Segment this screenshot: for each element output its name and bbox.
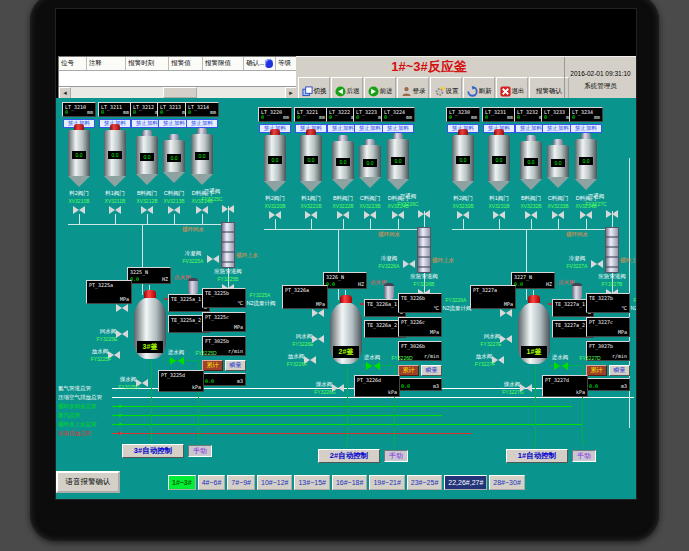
instrument-value: 0	[485, 114, 488, 120]
pressure-indicator: PT_3226dkPa	[354, 375, 400, 397]
instrument-value: 0	[65, 109, 68, 115]
pipe-segment	[79, 214, 80, 224]
alarm-col-level[interactable]: 等级	[276, 57, 297, 70]
instrument-tag: TE_3226b	[399, 294, 441, 301]
alarm-table-body	[59, 71, 297, 85]
three-way-valve[interactable]	[418, 210, 430, 218]
feed-valve[interactable]	[525, 211, 537, 219]
feed-valve[interactable]	[337, 211, 349, 219]
instant-button[interactable]: 瞬量	[421, 365, 442, 376]
feed-valve[interactable]	[392, 211, 404, 219]
page-button-19-21[interactable]: 19#~21#	[369, 475, 404, 490]
switch-icon	[302, 86, 313, 97]
auto-control-button[interactable]: 2#自动控制	[318, 449, 380, 463]
totalizer-button[interactable]: 累计	[586, 365, 607, 376]
feed-valve-tag: XV3221B	[293, 203, 329, 210]
instrument-row: 0.0HZ	[326, 281, 364, 287]
three-way-valve-tag: FY3226C	[390, 201, 426, 208]
feed-valve[interactable]	[141, 206, 153, 214]
scrollbar-thumb[interactable]	[163, 87, 197, 98]
page-button-7-9[interactable]: 7#~9#	[227, 475, 255, 490]
instrument-unit: mm	[406, 114, 412, 120]
totalizer-display: 0.0m3	[398, 378, 442, 391]
water-valve-tag: FY3225F	[84, 356, 118, 363]
instrument-value: 0	[133, 109, 136, 115]
feed-tank: 0.0	[520, 141, 542, 190]
alarm-col-limit[interactable]: 报警限值	[203, 57, 244, 70]
totalizer-button[interactable]: 累计	[202, 360, 223, 371]
tank-level-display: 0.0	[108, 151, 122, 159]
feed-tank: 0.0	[104, 130, 126, 187]
ignition-pot	[188, 278, 198, 294]
instant-button[interactable]: 瞬量	[225, 360, 246, 371]
condense-valve[interactable]	[207, 255, 219, 263]
condense-valve[interactable]	[591, 260, 603, 268]
pipe-segment	[151, 360, 152, 442]
reactor-label: 1#釜	[521, 346, 547, 358]
alarm-col-value[interactable]: 报警值	[169, 57, 203, 70]
pipe-segment	[370, 219, 371, 229]
alarm-col-time[interactable]: 报警时刻	[126, 57, 169, 70]
page-button-22-26-27[interactable]: 22,26#,27#	[444, 475, 487, 490]
feed-valve[interactable]	[364, 211, 376, 219]
pipe-segment	[531, 219, 532, 229]
three-way-valve[interactable]	[606, 210, 618, 218]
pipe-segment	[558, 219, 559, 229]
auto-control-button[interactable]: 1#自动控制	[506, 449, 568, 463]
condense-valve[interactable]	[403, 260, 415, 268]
feed-valve[interactable]	[493, 211, 505, 219]
manual-indicator: 手动	[384, 450, 408, 462]
condenser	[417, 227, 431, 273]
temperature-indicator: TE_3226b℃	[398, 293, 442, 313]
feed-tank: 0.0	[387, 139, 409, 190]
stir-valve[interactable]	[116, 304, 128, 312]
feed-valve[interactable]	[305, 211, 317, 219]
totalizer-button[interactable]: 累计	[398, 365, 419, 376]
tank-level-display: 0.0	[363, 159, 377, 167]
feed-valve[interactable]	[196, 206, 208, 214]
page-button-16-18[interactable]: 16#~18#	[332, 475, 367, 490]
instrument-row: 0.0HZ	[514, 281, 552, 287]
alarm-col-comment[interactable]: 注释	[87, 57, 126, 70]
instant-button[interactable]: 瞬量	[609, 365, 630, 376]
no-feed-label: 禁止加料	[570, 124, 602, 133]
voice-alarm-ack-button[interactable]: 语音报警确认	[56, 471, 120, 493]
pipe-segment	[535, 365, 536, 447]
alarm-col-tag[interactable]: 位号	[59, 57, 87, 70]
reactor-group: LT_32300mm禁止加料0.0料2阀门XV3230BLT_32310mm禁止…	[440, 107, 632, 467]
stir-valve[interactable]	[500, 309, 512, 317]
instrument-row: MPa	[401, 329, 439, 335]
auto-control-button[interactable]: 3#自动控制	[122, 444, 184, 458]
page-button-10-12[interactable]: 10#~12#	[257, 475, 292, 490]
page-button-28-30[interactable]: 28#~30#	[489, 475, 524, 490]
feed-valve[interactable]	[269, 211, 281, 219]
stir-valve[interactable]	[312, 309, 324, 317]
instrument-tag: PT_3226a	[283, 286, 327, 293]
feed-valve[interactable]	[457, 211, 469, 219]
instrument-value: 0	[384, 114, 387, 120]
inlet-valve[interactable]	[554, 362, 568, 371]
inlet-valve-label: 进水阀	[162, 349, 190, 356]
page-button-4-6[interactable]: 4#~6#	[198, 475, 226, 490]
three-way-valve[interactable]	[222, 205, 234, 213]
inlet-valve[interactable]	[170, 357, 184, 366]
page-button-23-25[interactable]: 23#~25#	[407, 475, 442, 490]
instrument-value: 0	[101, 109, 104, 115]
feed-valve[interactable]	[73, 206, 85, 214]
page-button-13-15[interactable]: 13#~15#	[294, 475, 329, 490]
instrument-value: 0	[544, 114, 547, 120]
tank-cone	[452, 181, 474, 192]
instrument-value: 0.0	[205, 378, 214, 384]
tank-cone	[264, 181, 286, 192]
feed-valve[interactable]	[109, 206, 121, 214]
tank-level-display: 0.0	[304, 156, 318, 164]
circ-return-label: 循环回水	[182, 226, 220, 233]
feed-valve[interactable]	[168, 206, 180, 214]
instrument-unit: r/min	[228, 348, 243, 354]
page-button-1-3[interactable]: 1#~3#	[168, 475, 196, 490]
inlet-valve[interactable]	[366, 362, 380, 371]
button-label: 报警确认	[536, 87, 562, 96]
instrument-row: kPa	[357, 389, 397, 395]
feed-valve[interactable]	[580, 211, 592, 219]
feed-valve[interactable]	[552, 211, 564, 219]
